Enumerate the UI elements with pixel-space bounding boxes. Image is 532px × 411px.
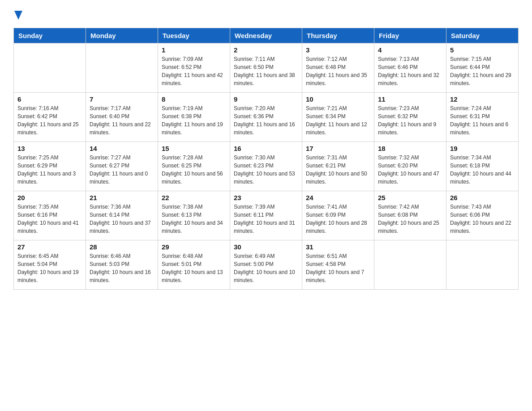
- calendar-cell: 25Sunrise: 7:42 AMSunset: 6:08 PMDayligh…: [374, 191, 446, 240]
- calendar-cell: 3Sunrise: 7:12 AMSunset: 6:48 PMDaylight…: [302, 43, 374, 93]
- calendar-cell: 15Sunrise: 7:28 AMSunset: 6:25 PMDayligh…: [158, 142, 230, 191]
- calendar-cell: 22Sunrise: 7:38 AMSunset: 6:13 PMDayligh…: [158, 191, 230, 240]
- day-info: Sunrise: 6:49 AMSunset: 5:00 PMDaylight:…: [234, 252, 298, 284]
- day-number: 27: [17, 243, 82, 251]
- calendar-cell: 30Sunrise: 6:49 AMSunset: 5:00 PMDayligh…: [230, 240, 302, 290]
- calendar-cell: 17Sunrise: 7:31 AMSunset: 6:21 PMDayligh…: [302, 142, 374, 191]
- day-info: Sunrise: 6:51 AMSunset: 4:58 PMDaylight:…: [306, 252, 370, 284]
- calendar-cell: 14Sunrise: 7:27 AMSunset: 6:27 PMDayligh…: [86, 142, 158, 191]
- logo-arrow-icon: [14, 11, 22, 21]
- day-info: Sunrise: 7:36 AMSunset: 6:14 PMDaylight:…: [90, 203, 154, 235]
- logo: [13, 11, 22, 23]
- day-number: 31: [306, 243, 370, 251]
- day-number: 26: [450, 194, 515, 201]
- day-info: Sunrise: 7:35 AMSunset: 6:16 PMDaylight:…: [17, 203, 82, 235]
- day-number: 28: [90, 243, 154, 251]
- weekday-header-friday: Friday: [374, 28, 446, 43]
- day-number: 21: [90, 194, 154, 201]
- calendar-cell: 9Sunrise: 7:20 AMSunset: 6:36 PMDaylight…: [230, 93, 302, 142]
- weekday-header-wednesday: Wednesday: [230, 28, 302, 43]
- weekday-header-sunday: Sunday: [14, 28, 86, 43]
- calendar-cell: 26Sunrise: 7:43 AMSunset: 6:06 PMDayligh…: [446, 191, 519, 240]
- calendar-cell: 11Sunrise: 7:23 AMSunset: 6:32 PMDayligh…: [374, 93, 446, 142]
- day-number: 9: [234, 95, 298, 103]
- day-number: 4: [378, 46, 442, 54]
- logo-first-line: [13, 11, 22, 23]
- day-info: Sunrise: 7:32 AMSunset: 6:20 PMDaylight:…: [378, 154, 442, 186]
- day-number: 14: [90, 145, 154, 152]
- day-number: 24: [306, 194, 370, 201]
- day-info: Sunrise: 7:15 AMSunset: 6:44 PMDaylight:…: [450, 55, 515, 87]
- calendar-cell: 27Sunrise: 6:45 AMSunset: 5:04 PMDayligh…: [14, 240, 86, 290]
- calendar-cell: 5Sunrise: 7:15 AMSunset: 6:44 PMDaylight…: [446, 43, 519, 93]
- week-row-4: 20Sunrise: 7:35 AMSunset: 6:16 PMDayligh…: [14, 191, 519, 240]
- day-info: Sunrise: 7:24 AMSunset: 6:31 PMDaylight:…: [450, 104, 515, 137]
- week-row-1: 1Sunrise: 7:09 AMSunset: 6:52 PMDaylight…: [14, 43, 519, 93]
- day-info: Sunrise: 7:31 AMSunset: 6:21 PMDaylight:…: [306, 154, 370, 186]
- day-number: 18: [378, 145, 442, 152]
- calendar-cell: [446, 240, 519, 290]
- calendar-cell: 31Sunrise: 6:51 AMSunset: 4:58 PMDayligh…: [302, 240, 374, 290]
- day-number: 3: [306, 46, 370, 54]
- day-info: Sunrise: 7:38 AMSunset: 6:13 PMDaylight:…: [162, 203, 226, 235]
- day-info: Sunrise: 7:19 AMSunset: 6:38 PMDaylight:…: [162, 104, 226, 137]
- day-number: 5: [450, 46, 515, 54]
- day-info: Sunrise: 7:43 AMSunset: 6:06 PMDaylight:…: [450, 203, 515, 235]
- day-info: Sunrise: 7:11 AMSunset: 6:50 PMDaylight:…: [234, 55, 298, 87]
- calendar-cell: 28Sunrise: 6:46 AMSunset: 5:03 PMDayligh…: [86, 240, 158, 290]
- calendar-cell: 29Sunrise: 6:48 AMSunset: 5:01 PMDayligh…: [158, 240, 230, 290]
- day-number: 15: [162, 145, 226, 152]
- calendar-cell: 7Sunrise: 7:17 AMSunset: 6:40 PMDaylight…: [86, 93, 158, 142]
- day-info: Sunrise: 7:41 AMSunset: 6:09 PMDaylight:…: [306, 203, 370, 235]
- calendar-cell: 12Sunrise: 7:24 AMSunset: 6:31 PMDayligh…: [446, 93, 519, 142]
- calendar-cell: 6Sunrise: 7:16 AMSunset: 6:42 PMDaylight…: [14, 93, 86, 142]
- day-number: 19: [450, 145, 515, 152]
- calendar-table: SundayMondayTuesdayWednesdayThursdayFrid…: [13, 28, 519, 290]
- day-info: Sunrise: 7:42 AMSunset: 6:08 PMDaylight:…: [378, 203, 442, 235]
- header: [13, 11, 519, 23]
- day-number: 2: [234, 46, 298, 54]
- weekday-header-thursday: Thursday: [302, 28, 374, 43]
- day-info: Sunrise: 7:09 AMSunset: 6:52 PMDaylight:…: [162, 55, 226, 87]
- calendar-cell: 24Sunrise: 7:41 AMSunset: 6:09 PMDayligh…: [302, 191, 374, 240]
- calendar-cell: 16Sunrise: 7:30 AMSunset: 6:23 PMDayligh…: [230, 142, 302, 191]
- calendar-cell: 13Sunrise: 7:25 AMSunset: 6:29 PMDayligh…: [14, 142, 86, 191]
- day-number: 1: [162, 46, 226, 54]
- day-info: Sunrise: 7:23 AMSunset: 6:32 PMDaylight:…: [378, 104, 442, 137]
- day-number: 22: [162, 194, 226, 201]
- day-info: Sunrise: 6:46 AMSunset: 5:03 PMDaylight:…: [90, 252, 154, 284]
- calendar-cell: 23Sunrise: 7:39 AMSunset: 6:11 PMDayligh…: [230, 191, 302, 240]
- day-info: Sunrise: 7:34 AMSunset: 6:18 PMDaylight:…: [450, 154, 515, 186]
- day-number: 30: [234, 243, 298, 251]
- calendar-cell: 10Sunrise: 7:21 AMSunset: 6:34 PMDayligh…: [302, 93, 374, 142]
- day-info: Sunrise: 7:17 AMSunset: 6:40 PMDaylight:…: [90, 104, 154, 137]
- calendar-cell: 18Sunrise: 7:32 AMSunset: 6:20 PMDayligh…: [374, 142, 446, 191]
- day-number: 25: [378, 194, 442, 201]
- day-number: 7: [90, 95, 154, 103]
- day-info: Sunrise: 7:28 AMSunset: 6:25 PMDaylight:…: [162, 154, 226, 186]
- calendar-cell: 19Sunrise: 7:34 AMSunset: 6:18 PMDayligh…: [446, 142, 519, 191]
- day-info: Sunrise: 7:12 AMSunset: 6:48 PMDaylight:…: [306, 55, 370, 87]
- calendar-cell: 21Sunrise: 7:36 AMSunset: 6:14 PMDayligh…: [86, 191, 158, 240]
- calendar-cell: 20Sunrise: 7:35 AMSunset: 6:16 PMDayligh…: [14, 191, 86, 240]
- calendar-cell: 8Sunrise: 7:19 AMSunset: 6:38 PMDaylight…: [158, 93, 230, 142]
- day-number: 6: [17, 95, 82, 103]
- day-info: Sunrise: 7:30 AMSunset: 6:23 PMDaylight:…: [234, 154, 298, 186]
- calendar-cell: [14, 43, 86, 93]
- weekday-header-row: SundayMondayTuesdayWednesdayThursdayFrid…: [14, 28, 519, 43]
- day-info: Sunrise: 7:21 AMSunset: 6:34 PMDaylight:…: [306, 104, 370, 137]
- weekday-header-monday: Monday: [86, 28, 158, 43]
- day-number: 29: [162, 243, 226, 251]
- day-info: Sunrise: 7:39 AMSunset: 6:11 PMDaylight:…: [234, 203, 298, 235]
- svg-marker-0: [14, 11, 22, 20]
- day-info: Sunrise: 7:16 AMSunset: 6:42 PMDaylight:…: [17, 104, 82, 137]
- day-info: Sunrise: 7:20 AMSunset: 6:36 PMDaylight:…: [234, 104, 298, 137]
- day-number: 17: [306, 145, 370, 152]
- day-info: Sunrise: 6:48 AMSunset: 5:01 PMDaylight:…: [162, 252, 226, 284]
- day-number: 13: [17, 145, 82, 152]
- day-number: 20: [17, 194, 82, 201]
- weekday-header-tuesday: Tuesday: [158, 28, 230, 43]
- day-info: Sunrise: 7:25 AMSunset: 6:29 PMDaylight:…: [17, 154, 82, 186]
- day-info: Sunrise: 7:27 AMSunset: 6:27 PMDaylight:…: [90, 154, 154, 186]
- day-info: Sunrise: 6:45 AMSunset: 5:04 PMDaylight:…: [17, 252, 82, 284]
